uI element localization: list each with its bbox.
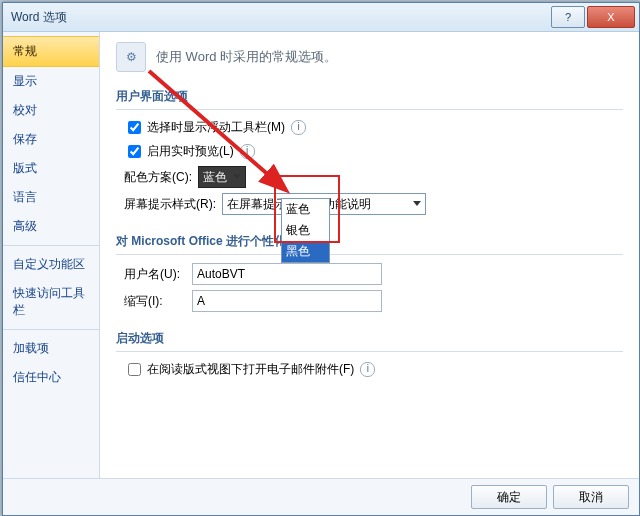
window-buttons: ? X <box>550 6 639 28</box>
label-username: 用户名(U): <box>124 266 186 283</box>
sidebar-item-language[interactable]: 语言 <box>3 183 99 212</box>
sidebar-item-display[interactable]: 显示 <box>3 67 99 96</box>
sidebar-item-general[interactable]: 常规 <box>3 36 99 67</box>
sidebar-separator <box>3 329 99 330</box>
dropdown-option-silver[interactable]: 银色 <box>282 220 329 241</box>
cancel-button[interactable]: 取消 <box>553 485 629 509</box>
help-icon[interactable]: i <box>291 120 306 135</box>
window-title: Word 选项 <box>3 9 67 26</box>
ok-button[interactable]: 确定 <box>471 485 547 509</box>
label-screentip: 屏幕提示样式(R): <box>124 196 216 213</box>
sidebar-item-advanced[interactable]: 高级 <box>3 212 99 241</box>
label-mini-toolbar: 选择时显示浮动工具栏(M) <box>147 119 285 136</box>
sidebar-separator <box>3 245 99 246</box>
label-color-scheme: 配色方案(C): <box>124 169 192 186</box>
section-ui-title: 用户界面选项 <box>116 84 623 110</box>
sidebar-item-addins[interactable]: 加载项 <box>3 334 99 363</box>
checkbox-reading-view[interactable] <box>128 363 141 376</box>
combo-color-scheme[interactable]: 蓝色 <box>198 166 246 188</box>
sidebar-item-save[interactable]: 保存 <box>3 125 99 154</box>
label-live-preview: 启用实时预览(L) <box>147 143 234 160</box>
dialog-footer: 确定 取消 <box>3 478 639 515</box>
options-dialog: Word 选项 ? X 常规 显示 校对 保存 版式 语言 高级 自定义功能区 … <box>2 2 640 516</box>
sidebar-item-qat[interactable]: 快速访问工具栏 <box>3 279 99 325</box>
label-reading-view: 在阅读版式视图下打开电子邮件附件(F) <box>147 361 354 378</box>
main-panel: ⚙ 使用 Word 时采用的常规选项。 用户界面选项 选择时显示浮动工具栏(M)… <box>100 32 639 478</box>
close-button[interactable]: X <box>587 6 635 28</box>
page-header: ⚙ 使用 Word 时采用的常规选项。 <box>116 42 623 72</box>
checkbox-live-preview[interactable] <box>128 145 141 158</box>
checkbox-mini-toolbar[interactable] <box>128 121 141 134</box>
header-text: 使用 Word 时采用的常规选项。 <box>156 48 337 66</box>
header-icon: ⚙ <box>116 42 146 72</box>
section-startup-title: 启动选项 <box>116 326 623 352</box>
input-username[interactable]: AutoBVT <box>192 263 382 285</box>
help-icon[interactable]: i <box>360 362 375 377</box>
sidebar-item-customize-ribbon[interactable]: 自定义功能区 <box>3 250 99 279</box>
label-initials: 缩写(I): <box>124 293 186 310</box>
sidebar-item-proofing[interactable]: 校对 <box>3 96 99 125</box>
dropdown-option-black[interactable]: 黑色 <box>282 241 329 262</box>
section-personalize-title: 对 Microsoft Office 进行个性化设置 <box>116 229 623 255</box>
color-scheme-dropdown: 蓝色 银色 黑色 <box>281 198 330 263</box>
category-sidebar: 常规 显示 校对 保存 版式 语言 高级 自定义功能区 快速访问工具栏 加载项 … <box>3 32 100 478</box>
sidebar-item-trust[interactable]: 信任中心 <box>3 363 99 392</box>
dropdown-option-blue[interactable]: 蓝色 <box>282 199 329 220</box>
input-initials[interactable]: A <box>192 290 382 312</box>
sidebar-item-layout[interactable]: 版式 <box>3 154 99 183</box>
help-button[interactable]: ? <box>551 6 585 28</box>
titlebar: Word 选项 ? X <box>3 3 639 32</box>
help-icon[interactable]: i <box>240 144 255 159</box>
